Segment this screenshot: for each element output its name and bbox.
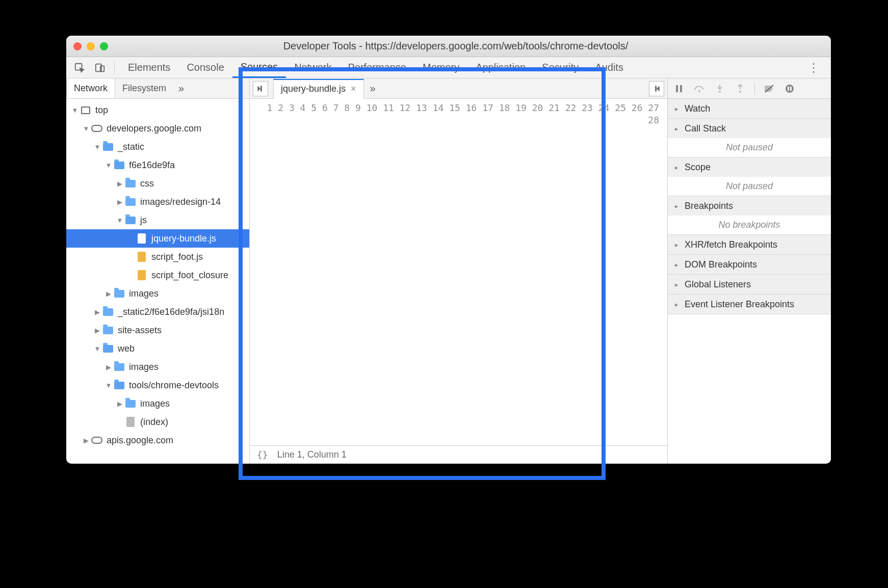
debugger-section-body: Not paused [668, 177, 831, 196]
expander-icon[interactable]: ▼ [105, 162, 112, 169]
debugger-section-header[interactable]: ▸Watch [668, 99, 831, 118]
panel-tab-audits[interactable]: Audits [587, 57, 632, 78]
debugger-section-body: No breakpoints [668, 216, 831, 234]
panel-tab-security[interactable]: Security [534, 57, 587, 78]
expander-icon[interactable]: ▶ [116, 400, 123, 408]
tree-row[interactable]: ▼js [66, 211, 249, 229]
expander-icon[interactable]: ▶ [116, 180, 123, 188]
close-tab-icon[interactable]: × [351, 84, 356, 94]
debugger-section: ▸Global Listeners [668, 275, 831, 295]
tree-label: css [140, 178, 154, 189]
tree-row[interactable]: ▶apis.google.com [66, 431, 249, 449]
navigator-tab-network[interactable]: Network [66, 78, 115, 98]
expander-icon[interactable]: ▼ [71, 106, 79, 114]
inspect-element-icon[interactable] [70, 60, 89, 76]
tree-row[interactable]: ▶images [66, 394, 249, 413]
tree-row[interactable]: ▼_static [66, 138, 249, 156]
debugger-section-header[interactable]: ▸Global Listeners [668, 275, 831, 294]
tree-row[interactable]: ▶images/redesign-14 [66, 193, 249, 211]
divider [754, 83, 755, 94]
expander-icon[interactable]: ▼ [105, 382, 112, 389]
panel-tab-network[interactable]: Network [286, 57, 339, 78]
tree-label: images [140, 398, 170, 409]
tree-label: script_foot.js [151, 252, 203, 262]
svg-point-9 [786, 85, 794, 93]
expander-icon[interactable]: ▶ [105, 363, 112, 371]
pause-resume-icon[interactable] [673, 83, 685, 95]
expander-icon[interactable]: ▶ [105, 290, 112, 298]
tree-row[interactable]: ▼f6e16de9fa [66, 156, 249, 174]
debugger-section-header[interactable]: ▸Breakpoints [668, 196, 831, 216]
expander-icon[interactable]: ▶ [94, 308, 101, 316]
deactivate-breakpoints-icon[interactable] [763, 83, 775, 95]
tree-label: f6e16de9fa [129, 160, 175, 171]
debugger-section-header[interactable]: ▸Scope [668, 157, 831, 177]
panel-tab-sources[interactable]: Sources [232, 57, 286, 78]
tree-row[interactable]: ▶images [66, 358, 249, 376]
zoom-window-icon[interactable] [100, 42, 108, 50]
editor-more-tabs-icon[interactable]: » [364, 83, 382, 94]
file-tree[interactable]: ▼top▼developers.google.com▼_static▼f6e16… [66, 99, 249, 464]
chevron-icon: ▸ [673, 301, 680, 308]
expander-icon[interactable]: ▼ [94, 345, 101, 353]
tree-row[interactable]: (index) [66, 413, 249, 431]
debugger-section: ▸ScopeNot paused [668, 157, 831, 196]
step-out-icon[interactable] [734, 83, 746, 95]
tree-row[interactable]: ▶_static2/f6e16de9fa/jsi18n [66, 303, 249, 321]
panel-tab-console[interactable]: Console [178, 57, 232, 78]
navigator-menu-icon[interactable]: ⋮ [229, 83, 249, 95]
debugger-section: ▸Event Listener Breakpoints [668, 295, 831, 314]
tree-label: images/redesign-14 [140, 197, 221, 207]
tree-row[interactable]: ▶site-assets [66, 321, 249, 339]
tree-row[interactable]: ▼developers.google.com [66, 119, 249, 138]
navigator-tab-filesystem[interactable]: Filesystem [115, 78, 173, 98]
editor-tab[interactable]: jquery-bundle.js × [273, 79, 364, 99]
devtools-panel-tabs: ElementsConsoleSourcesNetworkPerformance… [66, 57, 831, 78]
debugger-section-label: Watch [685, 103, 710, 114]
close-window-icon[interactable] [73, 42, 82, 50]
debugger-section-label: Event Listener Breakpoints [685, 299, 794, 310]
tree-label: web [118, 343, 135, 354]
editor-nav-next-icon[interactable] [649, 81, 664, 96]
code-content[interactable]: //third_party/javascript/jquery2/jquery2… [664, 99, 667, 445]
debugger-section-label: Breakpoints [685, 201, 733, 211]
expander-icon[interactable]: ▼ [83, 125, 90, 132]
chevron-icon: ▸ [673, 164, 680, 171]
devtools-menu-icon[interactable]: ⋮ [800, 61, 827, 75]
tree-row[interactable]: script_foot.js [66, 248, 249, 266]
panel-tab-performance[interactable]: Performance [340, 57, 415, 78]
pause-on-exceptions-icon[interactable] [783, 83, 796, 95]
pretty-print-icon[interactable]: {} [257, 449, 268, 460]
debugger-toolbar [668, 78, 831, 99]
tree-row[interactable]: ▼tools/chrome-devtools [66, 376, 249, 394]
expander-icon[interactable]: ▶ [83, 437, 90, 444]
debugger-section: ▸BreakpointsNo breakpoints [668, 196, 831, 235]
expander-icon[interactable]: ▶ [116, 198, 123, 206]
debugger-section-header[interactable]: ▸Call Stack [668, 119, 831, 138]
expander-icon[interactable]: ▼ [116, 217, 123, 224]
minimize-window-icon[interactable] [87, 42, 95, 50]
navigator-more-tabs-icon[interactable]: » [173, 83, 189, 94]
step-into-icon[interactable] [714, 83, 726, 95]
expander-icon[interactable]: ▶ [94, 327, 101, 334]
panel-tab-memory[interactable]: Memory [414, 57, 467, 78]
debugger-section-header[interactable]: ▸Event Listener Breakpoints [668, 295, 831, 314]
panel-tab-application[interactable]: Application [467, 57, 534, 78]
tree-row[interactable]: ▼web [66, 339, 249, 358]
chevron-icon: ▸ [673, 125, 680, 132]
device-toolbar-icon[interactable] [91, 60, 109, 76]
tree-row[interactable]: ▶images [66, 284, 249, 303]
tree-row[interactable]: script_foot_closure [66, 266, 249, 284]
editor-nav-prev-icon[interactable] [253, 81, 268, 96]
expander-icon[interactable]: ▼ [94, 143, 101, 151]
debugger-section-header[interactable]: ▸DOM Breakpoints [668, 255, 831, 274]
tree-row[interactable]: jquery-bundle.js [66, 229, 249, 248]
code-editor[interactable]: 1 2 3 4 5 6 7 8 9 10 11 12 13 14 15 16 1… [250, 99, 667, 445]
panel-tab-elements[interactable]: Elements [120, 57, 178, 78]
navigator-tabs: NetworkFilesystem » ⋮ [66, 78, 249, 99]
tree-row[interactable]: ▼top [66, 101, 249, 119]
tree-row[interactable]: ▶css [66, 174, 249, 193]
main-split: NetworkFilesystem » ⋮ ▼top▼developers.go… [66, 78, 831, 464]
debugger-section-header[interactable]: ▸XHR/fetch Breakpoints [668, 235, 831, 254]
step-over-icon[interactable] [693, 83, 706, 95]
